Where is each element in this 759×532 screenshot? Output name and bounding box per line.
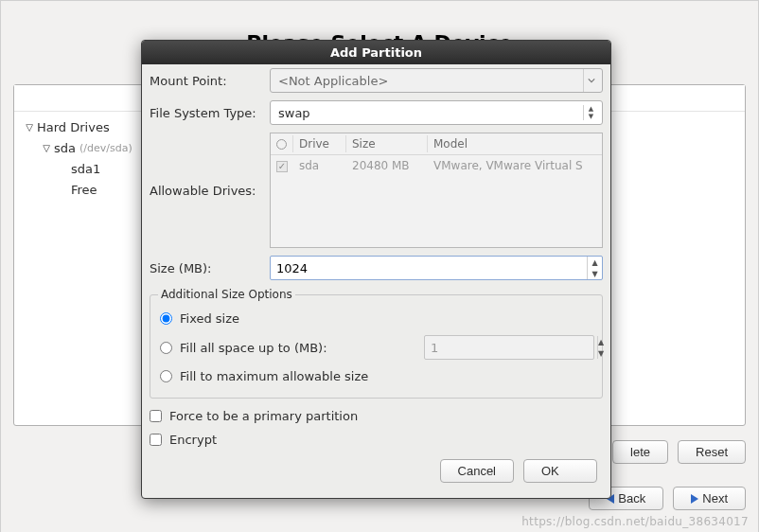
cancel-button[interactable]: Cancel (440, 459, 514, 483)
fs-type-dropdown[interactable]: swap ▲▼ (270, 100, 603, 125)
tree-label: sda (54, 138, 76, 159)
spinner-controls: ▲▼ (597, 336, 604, 359)
drive-size: 20480 MB (346, 155, 428, 176)
delete-label: lete (630, 445, 650, 459)
encrypt-checkbox[interactable] (150, 434, 162, 446)
add-partition-dialog: Add Partition Mount Point: <Not Applicab… (141, 40, 611, 499)
drives-header-select[interactable] (271, 135, 293, 152)
size-spinbox[interactable]: ▲▼ (270, 256, 603, 280)
allowable-drives-list[interactable]: Drive Size Model ✓ sda 20480 MB VMware, … (270, 133, 603, 248)
wizard-nav: Back Next (589, 487, 746, 510)
fill-up-to-spinbox: ▲▼ (424, 335, 594, 360)
mount-point-value: <Not Applicable> (278, 74, 583, 88)
delete-button[interactable]: lete (612, 440, 668, 464)
radio-fill-max[interactable] (160, 370, 172, 382)
drive-name: sda (293, 155, 346, 176)
fs-type-value: swap (278, 106, 583, 120)
drives-header-drive[interactable]: Drive (293, 135, 346, 152)
mount-point-dropdown[interactable]: <Not Applicable> (270, 68, 603, 93)
radio-fill-up-to[interactable] (160, 342, 172, 354)
radio-fixed-size[interactable] (160, 312, 172, 325)
additional-size-options: Additional Size Options Fixed size Fill … (150, 288, 603, 399)
ok-label: OK (541, 464, 559, 478)
reset-label: Reset (696, 445, 728, 459)
dialog-title: Add Partition (142, 41, 610, 64)
size-input[interactable] (271, 257, 587, 279)
drives-header-size[interactable]: Size (346, 135, 428, 152)
additional-size-legend: Additional Size Options (158, 288, 295, 301)
primary-checkbox[interactable] (150, 410, 162, 422)
spin-down-icon: ▼ (598, 347, 604, 359)
cancel-label: Cancel (458, 464, 496, 478)
watermark: https://blog.csdn.net/baidu_38634017 (521, 515, 749, 528)
tree-label: sda1 (71, 159, 100, 180)
radio-fill-max-row[interactable]: Fill to maximum allowable size (158, 364, 594, 388)
expander-icon[interactable]: ▽ (24, 117, 35, 138)
fill-up-to-input (425, 336, 597, 359)
spin-up-icon: ▲ (598, 336, 604, 347)
drives-header: Drive Size Model (271, 133, 602, 155)
back-label: Back (618, 491, 645, 505)
radio-fill-up-to-row[interactable]: Fill all space up to (MB): ▲▼ (158, 330, 594, 364)
primary-partition-row[interactable]: Force to be a primary partition (148, 404, 605, 428)
allowable-drives-label: Allowable Drives: (148, 178, 266, 204)
drive-checkbox[interactable]: ✓ (276, 161, 288, 172)
arrow-right-icon (691, 494, 698, 504)
next-label: Next (702, 491, 728, 505)
radio-fill-up-to-label: Fill all space up to (MB): (180, 341, 327, 355)
drives-header-model[interactable]: Model (428, 135, 602, 152)
mount-point-label: Mount Point: (148, 68, 266, 94)
partition-toolbar: lete Reset (612, 440, 746, 464)
drive-model: VMware, VMware Virtual S (428, 155, 602, 176)
radio-fill-max-label: Fill to maximum allowable size (180, 369, 368, 383)
device-path: (/dev/sda) (79, 138, 132, 159)
dialog-buttons: Cancel OK (148, 452, 605, 488)
next-button[interactable]: Next (673, 487, 746, 510)
primary-label: Force to be a primary partition (169, 409, 358, 423)
expander-icon[interactable]: ▽ (41, 138, 52, 159)
reset-button[interactable]: Reset (678, 440, 746, 464)
encrypt-row[interactable]: Encrypt (148, 428, 605, 452)
spin-up-icon[interactable]: ▲ (588, 257, 602, 268)
size-label: Size (MB): (148, 256, 266, 281)
chevron-down-icon (583, 69, 598, 92)
radio-fixed-size-row[interactable]: Fixed size (158, 307, 594, 330)
encrypt-label: Encrypt (169, 433, 217, 447)
spin-down-icon[interactable]: ▼ (588, 268, 602, 279)
fs-type-label: File System Type: (148, 100, 266, 126)
ok-button[interactable]: OK (523, 459, 597, 483)
radio-fixed-label: Fixed size (180, 311, 239, 326)
spinner-icon: ▲▼ (583, 105, 598, 120)
drive-row[interactable]: ✓ sda 20480 MB VMware, VMware Virtual S (271, 155, 602, 176)
tree-label: Free (71, 180, 97, 201)
tree-label: Hard Drives (37, 117, 110, 138)
spinner-controls[interactable]: ▲▼ (587, 257, 602, 279)
